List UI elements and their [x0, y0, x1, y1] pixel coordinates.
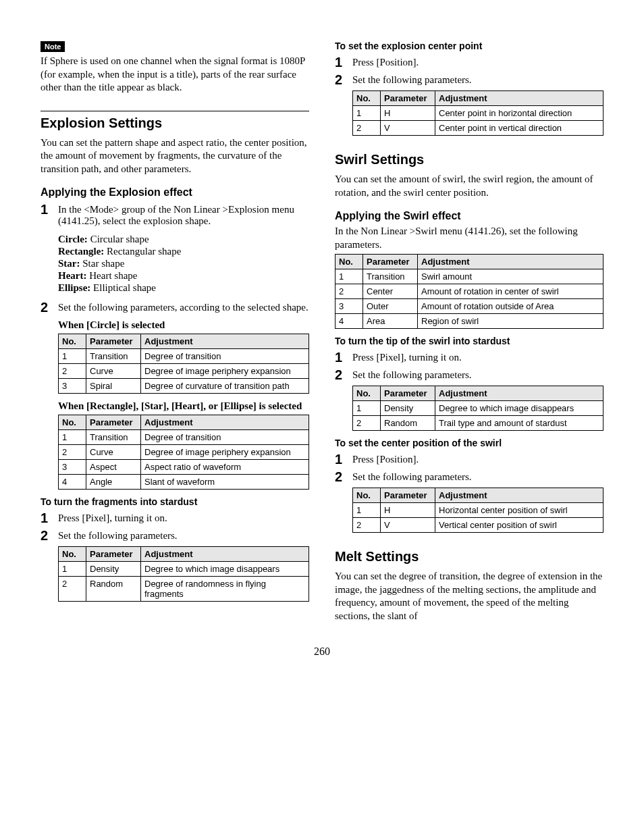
heading-explosion-settings: Explosion Settings — [41, 111, 309, 131]
heading-apply-explosion: Applying the Explosion effect — [41, 186, 309, 199]
heading-apply-swirl: Applying the Swirl effect — [335, 210, 603, 222]
step-number: 2 — [335, 73, 352, 86]
step-number: 1 — [335, 350, 352, 364]
table-swirl-center: No.ParameterAdjustment 1HHorizontal cent… — [352, 488, 603, 533]
step-number: 1 — [41, 511, 58, 525]
heading-swirl-settings: Swirl Settings — [335, 152, 603, 167]
step-number: 2 — [335, 368, 352, 382]
step-text: Press [Pixel], turning it on. — [352, 350, 603, 363]
page-number: 260 — [41, 646, 603, 658]
heading-swirl-stardust: To turn the tip of the swirl into stardu… — [335, 336, 603, 346]
step-text: Press [Position]. — [352, 452, 603, 465]
step-text: In the <Mode> group of the Non Linear >E… — [58, 203, 309, 227]
table-fragments: No.ParameterAdjustment 1DensityDegree to… — [58, 546, 309, 602]
table-swirl-stardust: No.ParameterAdjustment 1DensityDegree to… — [352, 386, 603, 431]
step-text: Set the following parameters. — [58, 529, 309, 542]
swirl-intro: You can set the amount of swirl, the swi… — [335, 173, 603, 199]
heading-explosion-center: To set the explosion center point — [335, 41, 603, 51]
note-badge: Note — [41, 41, 65, 52]
step-text: Press [Position]. — [352, 55, 603, 68]
note-text: If Sphere is used on one channel when th… — [41, 55, 309, 95]
table-circle: No.ParameterAdjustment 1TransitionDegree… — [58, 334, 309, 394]
step-number: 2 — [41, 529, 58, 542]
swirl-menu-text: In the Non Linear >Swirl menu (4141.26),… — [335, 225, 603, 251]
shape-list: Circle: Circular shape Rectangle: Rectan… — [58, 234, 309, 294]
step-text: Press [Pixel], turning it on. — [58, 511, 309, 524]
step-text: Set the following parameters. — [352, 73, 603, 86]
step-number: 2 — [335, 470, 352, 483]
right-column: To set the explosion center point 1 Pres… — [335, 41, 603, 625]
left-column: Note If Sphere is used on one channel wh… — [41, 41, 309, 625]
table-rect: No.ParameterAdjustment 1TransitionDegree… — [58, 415, 309, 490]
heading-fragments-stardust: To turn the fragments into stardust — [41, 496, 309, 507]
explosion-intro: You can set the pattern shape and aspect… — [41, 136, 309, 176]
melt-intro: You can set the degree of transition, th… — [335, 570, 603, 623]
heading-melt-settings: Melt Settings — [335, 549, 603, 565]
step-number: 1 — [335, 452, 352, 466]
step-text: Set the following parameters. — [352, 470, 603, 483]
step-number: 1 — [335, 55, 352, 69]
table-caption: When [Circle] is selected — [58, 319, 309, 331]
heading-swirl-center: To set the center position of the swirl — [335, 438, 603, 448]
step-number: 2 — [41, 300, 58, 314]
table-swirl: No.ParameterAdjustment 1TransitionSwirl … — [335, 254, 603, 329]
table-explosion-center: No.ParameterAdjustment 1HCenter point in… — [352, 90, 603, 136]
step-text: Set the following parameters. — [352, 368, 603, 381]
step-number: 1 — [41, 203, 58, 216]
table-caption: When [Rectangle], [Star], [Heart], or [E… — [58, 400, 309, 412]
step-text: Set the following parameters, according … — [58, 300, 309, 313]
